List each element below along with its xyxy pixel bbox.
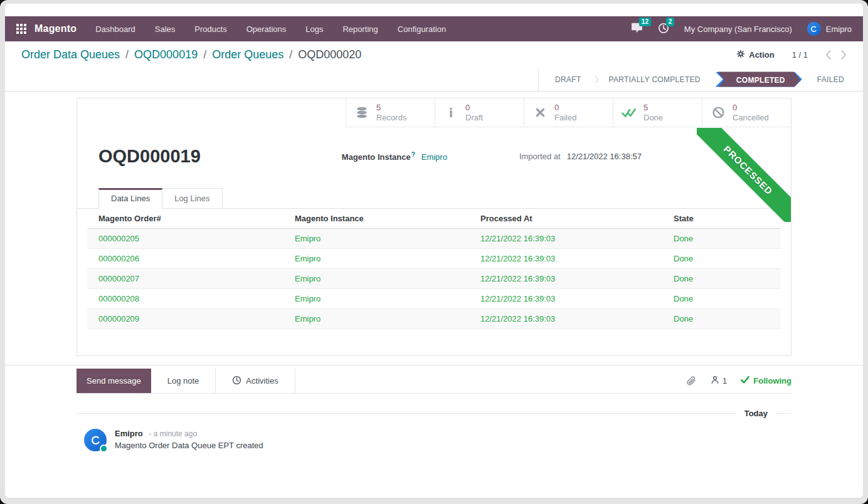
pager-next-icon[interactable] bbox=[841, 50, 847, 60]
cell-processed-at[interactable]: 12/21/2022 16:39:03 bbox=[469, 249, 662, 269]
stat-draft-value: 0 bbox=[465, 103, 483, 113]
column-magento-instance[interactable]: Magento Instance bbox=[283, 209, 469, 229]
activities-button[interactable]: Activities bbox=[216, 369, 295, 393]
stat-draft-label: Draft bbox=[465, 113, 483, 123]
cell-processed-at[interactable]: 12/21/2022 16:39:03 bbox=[469, 309, 662, 329]
cell-instance[interactable]: Emipro bbox=[283, 309, 469, 329]
column-magento-order[interactable]: Magento Order# bbox=[87, 209, 283, 229]
company-switcher[interactable]: My Company (San Francisco) bbox=[684, 24, 792, 34]
magento-instance-value-link[interactable]: Emipro bbox=[421, 152, 447, 162]
nav-item-dashboard[interactable]: Dashboard bbox=[95, 24, 135, 34]
tab-log-lines[interactable]: Log Lines bbox=[162, 188, 222, 209]
stat-done-label: Done bbox=[643, 113, 663, 123]
status-completed-active[interactable]: COMPLETED bbox=[716, 72, 802, 87]
cell-order-number[interactable]: 000000209 bbox=[87, 309, 283, 329]
cell-instance[interactable]: Emipro bbox=[283, 229, 469, 249]
day-divider-label: Today bbox=[744, 409, 768, 418]
cell-processed-at[interactable]: 12/21/2022 16:39:03 bbox=[469, 289, 662, 309]
app-window: Magento Dashboard Sales Products Operati… bbox=[5, 4, 863, 498]
send-message-button[interactable]: Send message bbox=[77, 369, 151, 393]
chatter-toolbar: Send message Log note Activities bbox=[77, 369, 791, 394]
tab-data-lines[interactable]: Data Lines bbox=[98, 188, 162, 209]
messages-menu[interactable]: 12 bbox=[631, 23, 643, 35]
message-avatar bbox=[84, 429, 107, 451]
nav-item-operations[interactable]: Operations bbox=[246, 24, 287, 34]
following-button[interactable]: Following bbox=[741, 376, 791, 386]
stat-button-records[interactable]: 5 Records bbox=[346, 98, 435, 127]
table-row[interactable]: 000000206 Emipro 12/21/2022 16:39:03 Don… bbox=[87, 249, 781, 269]
table-row[interactable]: 000000207 Emipro 12/21/2022 16:39:03 Don… bbox=[87, 269, 781, 289]
cell-order-number[interactable]: 000000206 bbox=[87, 249, 283, 269]
status-failed[interactable]: FAILED bbox=[807, 75, 854, 84]
field-magento-instance: Magento Instance? Emipro bbox=[342, 151, 447, 162]
followers-button[interactable]: 1 bbox=[710, 375, 727, 387]
form-sheet: 5 Records i 0 Draft bbox=[77, 98, 791, 356]
chatter: Send message Log note Activities bbox=[77, 369, 791, 451]
nav-item-reporting[interactable]: Reporting bbox=[342, 24, 378, 34]
breadcrumb-link-oqd000019[interactable]: OQD000019 bbox=[134, 48, 198, 61]
user-menu[interactable]: Emipro bbox=[807, 22, 852, 36]
cell-processed-at[interactable]: 12/21/2022 16:39:03 bbox=[469, 269, 662, 289]
stat-failed-value: 0 bbox=[554, 103, 576, 113]
cell-instance[interactable]: Emipro bbox=[283, 269, 469, 289]
cell-state[interactable]: Done bbox=[662, 309, 781, 329]
nav-item-logs[interactable]: Logs bbox=[305, 24, 323, 34]
magento-instance-label: Magento Instance? bbox=[342, 151, 415, 162]
clock-icon bbox=[232, 375, 241, 387]
brand-title[interactable]: Magento bbox=[34, 23, 77, 34]
cell-state[interactable]: Done bbox=[662, 269, 781, 289]
cell-state[interactable]: Done bbox=[662, 289, 781, 309]
stat-cancelled-value: 0 bbox=[733, 103, 769, 113]
cell-order-number[interactable]: 000000207 bbox=[87, 269, 283, 289]
status-draft[interactable]: DRAFT bbox=[545, 75, 591, 84]
column-state[interactable]: State bbox=[662, 209, 781, 229]
breadcrumb-separator: / bbox=[125, 48, 129, 61]
cell-order-number[interactable]: 000000205 bbox=[87, 229, 283, 249]
stat-button-cancelled[interactable]: 0 Cancelled bbox=[702, 98, 791, 127]
table-row[interactable]: 000000205 Emipro 12/21/2022 16:39:03 Don… bbox=[87, 229, 781, 249]
message-author: Emipro bbox=[115, 429, 143, 438]
cell-state[interactable]: Done bbox=[662, 249, 781, 269]
breadcrumb-separator: / bbox=[203, 48, 206, 61]
statusbar-states: DRAFT PARTIALLY COMPLETED COMPLETED FAIL… bbox=[538, 68, 854, 91]
nav-item-configuration[interactable]: Configuration bbox=[398, 24, 446, 34]
user-avatar bbox=[807, 22, 821, 36]
pager-nav bbox=[825, 50, 847, 60]
cell-processed-at[interactable]: 12/21/2022 16:39:03 bbox=[469, 229, 662, 249]
apps-grid-icon[interactable] bbox=[16, 24, 26, 34]
breadcrumb-link-order-data-queues[interactable]: Order Data Queues bbox=[21, 48, 120, 61]
table-row[interactable]: 000000208 Emipro 12/21/2022 16:39:03 Don… bbox=[87, 289, 781, 309]
cell-instance[interactable]: Emipro bbox=[283, 289, 469, 309]
pager-previous-icon[interactable] bbox=[825, 50, 831, 60]
cell-instance[interactable]: Emipro bbox=[283, 249, 469, 269]
ban-icon bbox=[711, 106, 726, 119]
stat-button-done[interactable]: 5 Done bbox=[613, 98, 702, 127]
cell-order-number[interactable]: 000000208 bbox=[87, 289, 283, 309]
stat-failed-label: Failed bbox=[554, 113, 576, 123]
database-icon bbox=[354, 106, 369, 120]
cell-state[interactable]: Done bbox=[662, 229, 781, 249]
log-note-button[interactable]: Log note bbox=[151, 369, 216, 393]
paperclip-icon[interactable] bbox=[685, 375, 696, 386]
activities-badge: 2 bbox=[666, 18, 675, 26]
stat-button-draft[interactable]: i 0 Draft bbox=[435, 98, 524, 127]
nav-menu: Dashboard Sales Products Operations Logs… bbox=[95, 24, 446, 34]
nav-item-sales[interactable]: Sales bbox=[155, 24, 176, 34]
nav-item-products[interactable]: Products bbox=[194, 24, 226, 34]
action-menu-button[interactable]: Action bbox=[736, 50, 774, 60]
table-row[interactable]: 000000209 Emipro 12/21/2022 16:39:03 Don… bbox=[87, 309, 781, 329]
check-icon bbox=[741, 376, 749, 386]
stat-button-failed[interactable]: 0 Failed bbox=[524, 98, 613, 127]
stat-records-label: Records bbox=[376, 113, 406, 123]
pager-count: 1 / 1 bbox=[792, 50, 808, 60]
activities-menu[interactable]: 2 bbox=[658, 23, 669, 36]
column-processed-at[interactable]: Processed At bbox=[469, 209, 662, 229]
status-partially-completed[interactable]: PARTIALLY COMPLETED bbox=[599, 75, 711, 84]
chatter-icons: 1 Following bbox=[685, 369, 791, 393]
followers-count: 1 bbox=[722, 376, 727, 386]
chevron-right-icon bbox=[591, 76, 598, 83]
app-switcher[interactable]: Magento bbox=[16, 23, 77, 34]
breadcrumb-link-order-queues[interactable]: Order Queues bbox=[212, 48, 283, 61]
window-frame: Magento Dashboard Sales Products Operati… bbox=[0, 0, 868, 504]
gear-icon bbox=[736, 50, 745, 60]
